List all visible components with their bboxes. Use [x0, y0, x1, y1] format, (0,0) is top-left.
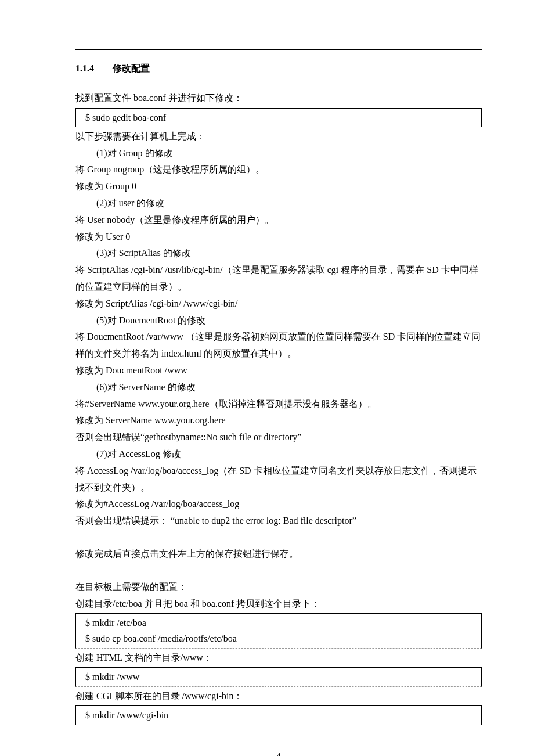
top-rule [75, 49, 482, 50]
list-item: (5)对 DoucmentRoot 的修改 [75, 312, 482, 329]
section-heading: 1.1.4 修改配置 [75, 60, 482, 77]
code-line: $ mkdir /etc/boa [85, 615, 478, 631]
list-item: (6)对 ServerName 的修改 [75, 379, 482, 396]
code-block: $ sudo gedit boa-conf [75, 108, 482, 127]
heading-title: 修改配置 [113, 63, 150, 73]
document-page: 1.1.4 修改配置 找到配置文件 boa.conf 并进行如下修改： $ su… [0, 0, 534, 756]
paragraph: 将 ScriptAlias /cgi-bin/ /usr/lib/cgi-bin… [75, 262, 482, 296]
paragraph: 修改为 User 0 [75, 229, 482, 246]
paragraph: 修改为#AccessLog /var/log/boa/access_log [75, 496, 482, 513]
spacer [75, 530, 482, 546]
paragraph: 修改为 ScriptAlias /cgi-bin/ /www/cgi-bin/ [75, 296, 482, 312]
paragraph: 在目标板上需要做的配置： [75, 579, 482, 596]
list-item: (7)对 AccessLog 修改 [75, 446, 482, 463]
code-block: $ mkdir /www/cgi-bin [75, 705, 482, 725]
paragraph: 将 AccessLog /var/log/boa/access_log（在 SD… [75, 463, 482, 496]
paragraph: 修改为 ServerName www.your.org.here [75, 412, 482, 429]
page-number: 4 [75, 748, 482, 756]
paragraph: 修改完成后直接点击文件左上方的保存按钮进行保存。 [75, 546, 482, 563]
paragraph: 创建 CGI 脚本所在的目录 /www/cgi-bin： [75, 688, 482, 705]
list-item: (3)对 ScriptAlias 的修改 [75, 245, 482, 262]
list-item: (2)对 user 的修改 [75, 195, 482, 212]
paragraph: 将 User nobody（这里是修改程序所属的用户）。 [75, 212, 482, 229]
heading-number: 1.1.4 [75, 60, 110, 77]
paragraph: 否则会出现错误提示： “unable to dup2 the error log… [75, 513, 482, 530]
paragraph: 以下步骤需要在计算机上完成： [75, 128, 482, 145]
paragraph: 将 DoucmentRoot /var/www （这里是服务器初始网页放置的位置… [75, 329, 482, 362]
paragraph: 创建目录/etc/boa 并且把 boa 和 boa.conf 拷贝到这个目录下… [75, 596, 482, 613]
paragraph: 修改为 Group 0 [75, 178, 482, 195]
code-block: $ mkdir /www [75, 667, 482, 686]
code-block: $ mkdir /etc/boa $ sudo cp boa.conf /med… [75, 613, 482, 648]
paragraph: 找到配置文件 boa.conf 并进行如下修改： [75, 90, 482, 107]
paragraph: 创建 HTML 文档的主目录/www： [75, 650, 482, 667]
paragraph: 将 Group nogroup（这是修改程序所属的组）。 [75, 161, 482, 178]
code-line: $ sudo cp boa.conf /media/rootfs/etc/boa [85, 631, 478, 646]
spacer [75, 563, 482, 579]
paragraph: 修改为 DoucmentRoot /www [75, 362, 482, 379]
list-item: (1)对 Group 的修改 [75, 145, 482, 162]
paragraph: 将#ServerName www.your.org.here（取消掉注释否则提示… [75, 396, 482, 413]
paragraph: 否则会出现错误“gethostbyname::No such file or d… [75, 429, 482, 446]
